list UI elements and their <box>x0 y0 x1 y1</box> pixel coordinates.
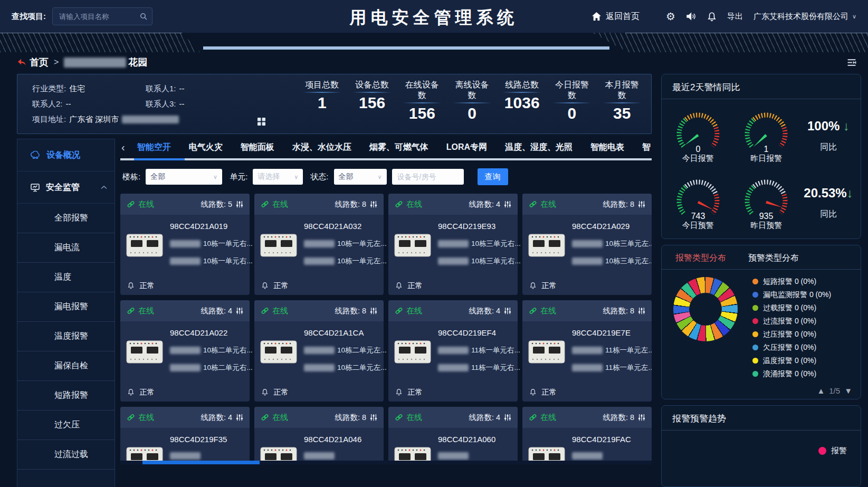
tab-warning-distribution[interactable]: 预警类型分布 <box>748 253 799 264</box>
device-card[interactable]: 在线线路数: 898CC4D219FAC <box>522 407 652 464</box>
sliders-icon[interactable] <box>638 200 645 208</box>
device-state: 正常 <box>407 387 423 397</box>
device-card[interactable]: 在线线路数: 898CC4D21A02910栋三单元左...10栋三单元左...… <box>522 194 652 295</box>
sliders-icon[interactable] <box>370 307 377 314</box>
comparison-warning: 20.53%↓同比 <box>804 186 853 220</box>
tab-device-type[interactable]: 烟雾、可燃气体 <box>360 142 437 153</box>
settings-gear-icon[interactable]: ⚙ <box>666 11 675 22</box>
device-card-footer: 正常 <box>120 276 250 295</box>
lines-text: 线路数: 5 <box>201 199 232 209</box>
sliders-icon[interactable] <box>370 414 377 421</box>
tab-device-type[interactable]: 智能空开 <box>128 142 180 153</box>
device-card[interactable]: 在线线路数: 898CC4D21A03210栋一单元左...10栋一单元左...… <box>254 194 384 295</box>
device-address: 10栋二单元右... <box>170 346 253 355</box>
device-lines: 线路数: 8 <box>335 199 377 209</box>
sliders-icon[interactable] <box>638 307 645 314</box>
gauge-label: 昨日报警 <box>735 154 797 164</box>
horizontal-scrollbar-track[interactable] <box>120 461 652 464</box>
status-select[interactable]: 全部∨ <box>334 169 387 185</box>
sliders-icon[interactable] <box>504 414 511 421</box>
device-id: 98CC4D21A1CA <box>304 328 364 337</box>
bell-icon <box>395 388 403 396</box>
grid-view-icon[interactable] <box>257 118 265 126</box>
sidebar-subitem[interactable]: 漏电报警 <box>17 292 115 322</box>
device-card[interactable]: 在线线路数: 898CC4D21A1CA10栋二单元左...10栋二单元左...… <box>254 300 384 402</box>
contact1-value: -- <box>179 84 185 94</box>
search-icon[interactable] <box>139 12 148 21</box>
sidebar-item-device-overview[interactable]: 设备概况 <box>17 139 115 171</box>
device-card-header: 在线线路数: 4 <box>120 407 250 428</box>
tab-device-type[interactable]: 智能电表 <box>581 142 633 153</box>
tab-device-type[interactable]: LORA专网 <box>437 142 496 153</box>
panel-title: 最近2天警情同比 <box>662 74 861 99</box>
sidebar-item-safety-monitor[interactable]: 安全监管 <box>17 171 115 204</box>
company-dropdown[interactable]: 广东艾科技术股份有限公司 ∨ <box>753 12 856 22</box>
tab-device-type[interactable]: 温度、湿度、光照 <box>496 142 581 153</box>
unit-select[interactable]: 请选择∨ <box>253 169 303 185</box>
lines-text: 线路数: 8 <box>603 199 634 209</box>
sliders-icon[interactable] <box>504 307 511 314</box>
project-info-panel: 行业类型:住宅 联系人1:-- 联系人2:-- 联系人3:-- 项目地址:广东省… <box>17 74 652 134</box>
sidebar-subitem[interactable]: 过流过载 <box>17 440 115 470</box>
type-distribution-panel: 报警类型分布 预警类型分布 短路报警 0 (0%)漏电监测报警 0 (0%)过载… <box>661 245 861 399</box>
sidebar-subitem[interactable]: 过欠压 <box>17 410 115 440</box>
device-card[interactable]: 在线线路数: 898CC4D219E7E11栋一单元左...11栋一单元左...… <box>522 300 652 402</box>
device-card[interactable]: 在线线路数: 598CC4D21A01910栋一单元右...10栋一单元右...… <box>120 194 250 295</box>
sidebar-subitem[interactable]: 漏保自检 <box>17 351 115 381</box>
speaker-icon[interactable] <box>686 12 697 21</box>
tab-device-type[interactable]: 电气火灾 <box>180 142 232 153</box>
collapse-panel-icon[interactable] <box>846 58 857 67</box>
tab-alarm-distribution[interactable]: 报警类型分布 <box>675 253 726 264</box>
project-search-input[interactable] <box>53 8 152 25</box>
pager-down-icon[interactable]: ▼ <box>844 386 852 395</box>
pager-up-icon[interactable]: ▲ <box>817 386 825 395</box>
horizontal-scrollbar-thumb[interactable] <box>142 461 260 464</box>
query-button[interactable]: 查询 <box>478 168 508 185</box>
device-card[interactable]: 在线线路数: 498CC4D21A060 <box>388 407 518 464</box>
legend-item: 过载报警 0 (0%) <box>752 301 831 314</box>
sidebar-item-label: 设备概况 <box>46 150 80 161</box>
device-type-tabs: ‹ 智能空开电气火灾智能面板水浸、水位水压烟雾、可燃气体LORA专网温度、湿度、… <box>120 139 652 156</box>
sliders-icon[interactable] <box>236 200 243 208</box>
device-address: 10栋二单元左... <box>304 346 387 355</box>
sliders-icon[interactable] <box>504 200 511 208</box>
device-card[interactable]: 在线线路数: 498CC4D219F35 <box>120 407 250 464</box>
back-home-button[interactable]: 返回首页 <box>592 11 640 22</box>
sliders-icon[interactable] <box>236 414 243 421</box>
address-text: 11栋一单元左... <box>605 363 652 373</box>
tab-device-type[interactable]: 智能面板 <box>232 142 283 153</box>
tabs-scroll-left-icon[interactable]: ‹ <box>120 141 128 154</box>
legend-text: 过压报警 0 (0%) <box>763 330 816 339</box>
sidebar-subitem[interactable]: 漏电流 <box>17 233 115 263</box>
stat-label: 线路总数 <box>505 80 539 90</box>
device-card[interactable]: 在线线路数: 498CC4D219E9310栋三单元右...10栋三单元右...… <box>388 194 518 295</box>
notification-bell-icon[interactable] <box>707 12 717 22</box>
device-card[interactable]: 在线线路数: 498CC4D21A02210栋二单元右...10栋二单元右...… <box>120 300 250 402</box>
online-label: 在线 <box>272 413 288 423</box>
svg-text:0: 0 <box>695 145 700 154</box>
sidebar-subitem[interactable]: 温度 <box>17 263 115 292</box>
sidebar-subitem[interactable]: 温度报警 <box>17 322 115 351</box>
sidebar-subitem[interactable]: 短路报警 <box>17 381 115 410</box>
chevron-down-icon: ∨ <box>852 13 856 20</box>
device-card[interactable]: 在线线路数: 498CC4D219EF411栋一单元右...11栋一单元右...… <box>388 300 518 402</box>
export-button[interactable]: 导出 <box>727 12 743 22</box>
stats-row: 项目总数1设备总数156在线设备数156离线设备数0线路总数1036今日报警数0… <box>297 80 647 130</box>
breadcrumb-home[interactable]: 首页 <box>17 56 49 69</box>
tab-device-type[interactable]: 水浸、水位水压 <box>283 142 360 153</box>
sliders-icon[interactable] <box>370 200 377 208</box>
device-card-footer: 正常 <box>522 276 652 295</box>
device-card[interactable]: 在线线路数: 898CC4D21A046 <box>254 407 384 464</box>
building-filter-label: 楼栋: <box>122 172 140 182</box>
device-address <box>170 452 203 460</box>
tab-device-type-partial[interactable]: 智 <box>633 142 652 153</box>
building-select[interactable]: 全部∨ <box>146 169 222 185</box>
sidebar-subitem[interactable]: 全部报警 <box>17 204 115 233</box>
tabs-scrollbar-thumb[interactable] <box>134 158 185 160</box>
device-number-input[interactable] <box>392 169 464 185</box>
sliders-icon[interactable] <box>638 414 645 421</box>
home-icon <box>592 12 602 21</box>
legend-text: 温度报警 0 (0%) <box>763 356 816 366</box>
sliders-icon[interactable] <box>236 307 243 314</box>
tabs-scrollbar-track[interactable] <box>120 158 652 160</box>
